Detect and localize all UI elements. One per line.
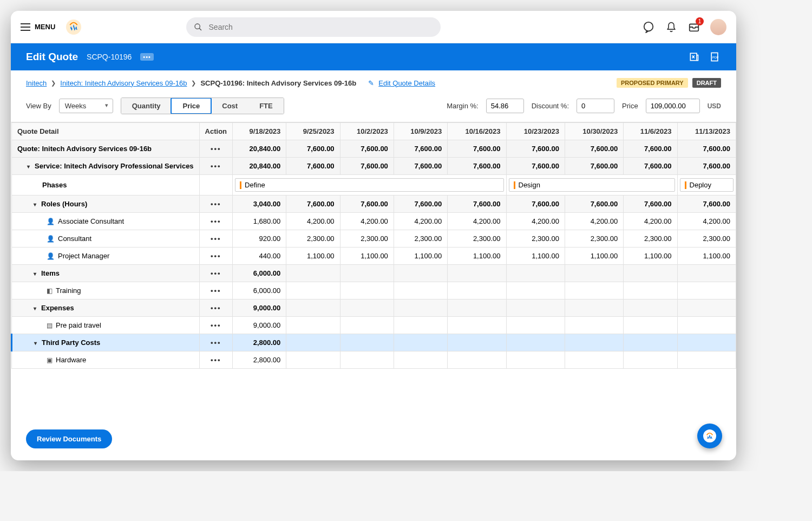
menu-label: MENU	[35, 23, 55, 31]
search-input[interactable]	[208, 22, 433, 32]
cell: 6,000.00	[233, 282, 286, 299]
row-action[interactable]: •••	[199, 196, 232, 213]
row-phases: Phases Define Design Deploy	[12, 175, 736, 196]
person-icon: 👤	[47, 252, 55, 260]
cell: 20,840.00	[233, 158, 286, 175]
cell: 3,040.00	[233, 196, 286, 213]
row-action[interactable]: •••	[199, 334, 232, 351]
discount-input[interactable]	[577, 99, 614, 113]
price-input[interactable]	[646, 99, 700, 113]
pencil-icon[interactable]: ✎	[368, 79, 374, 87]
segment-cost[interactable]: Cost	[211, 98, 248, 114]
app-logo[interactable]	[66, 19, 81, 35]
user-avatar[interactable]	[710, 19, 726, 35]
breadcrumb-mid[interactable]: Initech: Initech Advisory Services 09-16…	[60, 79, 187, 87]
cell: 2,300.00	[340, 230, 394, 248]
dots-icon: •••	[211, 252, 221, 260]
cell: 7,600.00	[506, 140, 565, 158]
cell	[448, 334, 506, 351]
row-action[interactable]: •••	[199, 248, 232, 265]
dots-icon: •••	[211, 304, 221, 312]
row-action[interactable]: •••	[199, 140, 232, 158]
edit-quote-details-link[interactable]: Edit Quote Details	[378, 79, 435, 87]
dots-icon: •••	[211, 217, 221, 225]
header-more-icon[interactable]: •••	[140, 53, 154, 61]
cell: 2,300.00	[565, 230, 623, 248]
row-action[interactable]: •••	[199, 230, 232, 248]
person-icon: 👤	[47, 218, 55, 225]
cell	[565, 334, 623, 351]
assistant-fab[interactable]	[697, 424, 722, 448]
cell	[394, 265, 447, 282]
cell: 4,200.00	[506, 213, 565, 230]
review-documents-button[interactable]: Review Documents	[26, 429, 112, 448]
row-action[interactable]: •••	[199, 351, 232, 369]
hardware-icon: ▣	[47, 356, 53, 364]
col-date: 9/25/2023	[286, 123, 340, 140]
row-pm: 👤Project Manager•••440.001,100.001,100.0…	[12, 248, 736, 265]
row-action[interactable]: •••	[199, 317, 232, 334]
cell: 9,000.00	[233, 299, 286, 317]
menu-button[interactable]: MENU	[21, 23, 55, 31]
cell	[506, 334, 565, 351]
cell	[677, 334, 736, 351]
cell: 4,200.00	[677, 213, 736, 230]
cell	[340, 351, 394, 369]
row-training: ◧Training•••6,000.00	[12, 282, 736, 299]
cell	[565, 317, 623, 334]
export-pdf-icon[interactable]: PDF	[708, 50, 721, 63]
row-action[interactable]: •••	[199, 282, 232, 299]
margin-input[interactable]	[486, 99, 524, 113]
cell	[677, 351, 736, 369]
inbox-icon[interactable]: 1	[687, 21, 700, 34]
cell: 1,100.00	[624, 248, 677, 265]
view-by-select[interactable]: Weeks	[59, 99, 113, 113]
cell: 1,100.00	[448, 248, 506, 265]
cell: 7,600.00	[340, 196, 394, 213]
page-title: Edit Quote	[26, 51, 78, 63]
cell	[340, 282, 394, 299]
search-box[interactable]	[186, 17, 441, 37]
col-date: 10/23/2023	[506, 123, 565, 140]
cell	[286, 282, 340, 299]
row-action[interactable]: •••	[199, 265, 232, 282]
phase-define: Define	[235, 178, 503, 192]
breadcrumb-root[interactable]: Initech	[26, 79, 47, 87]
cell: 7,600.00	[624, 158, 677, 175]
row-action[interactable]: •••	[199, 213, 232, 230]
segment-fte[interactable]: FTE	[248, 98, 284, 114]
cell	[506, 351, 565, 369]
row-action[interactable]: •••	[199, 299, 232, 317]
cell	[506, 282, 565, 299]
page-header: Edit Quote SCPQ-10196 ••• PDF	[11, 43, 736, 70]
cell: 2,800.00	[233, 351, 286, 369]
cell: 1,100.00	[677, 248, 736, 265]
export-excel-icon[interactable]	[687, 50, 700, 63]
phase-design: Design	[509, 178, 675, 192]
caret-down-icon: ▾	[34, 201, 39, 207]
cell	[448, 351, 506, 369]
row-action[interactable]: •••	[199, 158, 232, 175]
phase-deploy: Deploy	[680, 178, 734, 192]
segment-price[interactable]: Price	[171, 97, 212, 114]
cell	[624, 299, 677, 317]
workday-assistant-icon	[703, 429, 716, 442]
training-icon: ◧	[47, 287, 53, 295]
cell	[677, 282, 736, 299]
cell: 7,600.00	[506, 196, 565, 213]
cell	[394, 351, 447, 369]
cell: 7,600.00	[394, 158, 447, 175]
row-travel: ▤Pre paid travel•••9,000.00	[12, 317, 736, 334]
receipt-icon: ▤	[47, 322, 53, 329]
cell	[286, 351, 340, 369]
caret-down-icon: ▾	[27, 164, 32, 170]
notifications-icon[interactable]	[665, 21, 678, 34]
view-by-label: View By	[26, 102, 51, 110]
quote-id: SCPQ-10196	[87, 53, 132, 61]
chat-icon[interactable]	[642, 21, 655, 34]
cell: 2,300.00	[677, 230, 736, 248]
cell	[565, 282, 623, 299]
cell	[624, 317, 677, 334]
segment-quantity[interactable]: Quantity	[121, 98, 172, 114]
cell	[448, 265, 506, 282]
